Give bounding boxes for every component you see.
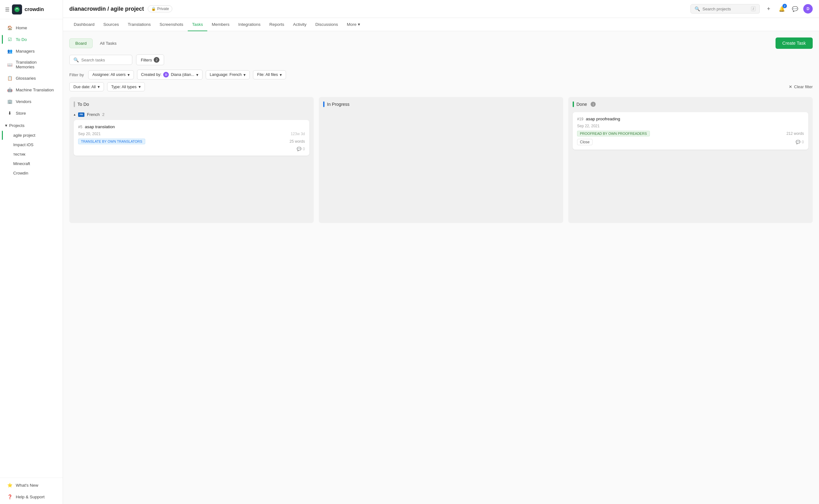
task-5-date: Sep 20, 2021	[78, 132, 100, 136]
project-item-impact[interactable]: Impact iOS	[2, 140, 61, 149]
type-filter[interactable]: Type: All types ▾	[107, 82, 145, 91]
add-button[interactable]: +	[764, 4, 774, 14]
lock-icon: 🔒	[151, 7, 156, 11]
due-date-filter[interactable]: Due date: All ▾	[69, 82, 104, 91]
filters-label: Filters	[141, 58, 152, 62]
project-search-input[interactable]	[702, 7, 747, 11]
project-item-agile[interactable]: agile project	[2, 131, 61, 140]
project-minecraft-label: Minecraft	[13, 161, 30, 166]
tab-navigation: Dashboard Sources Translations Screensho…	[63, 18, 819, 31]
chevron-down-icon: ▾	[280, 72, 282, 77]
chat-button[interactable]: 💬	[790, 4, 800, 14]
inprogress-indicator	[323, 101, 324, 107]
assignee-filter[interactable]: Assignee: All users ▾	[88, 70, 134, 79]
tab-dashboard[interactable]: Dashboard	[69, 18, 99, 31]
tab-activity[interactable]: Activity	[289, 18, 311, 31]
sidebar-item-glossaries[interactable]: 📋 Glossaries	[2, 72, 61, 84]
tab-sources[interactable]: Sources	[99, 18, 123, 31]
private-label: Private	[157, 7, 169, 11]
project-crowdin-label: Crowdin	[13, 171, 28, 175]
filters-count-badge: 2	[154, 57, 159, 63]
sidebar-item-managers[interactable]: 👥 Managers	[2, 45, 61, 57]
file-filter[interactable]: File: All files ▾	[253, 70, 286, 79]
board-column-inprogress: In Progress	[319, 97, 563, 223]
home-icon: 🏠	[7, 25, 13, 31]
tab-integrations[interactable]: Integrations	[234, 18, 265, 31]
language-section-french: ▴ FR French 2 #5 asap translation	[74, 112, 309, 156]
column-header-inprogress: In Progress	[323, 101, 559, 107]
search-tasks-input[interactable]	[81, 58, 128, 62]
board-column-done: Done i #19 asap proofreading Sep 22, 202…	[568, 97, 813, 223]
board-controls: Board All Tasks Create Task	[69, 37, 813, 49]
all-tasks-view-button[interactable]: All Tasks	[94, 38, 123, 48]
clear-filter-button[interactable]: ✕ Clear filter	[789, 84, 813, 89]
machine-translation-icon: 🤖	[7, 87, 13, 93]
create-task-button[interactable]: Create Task	[776, 37, 813, 49]
language-task-count: 2	[102, 112, 104, 117]
translation-memories-icon: 📖	[7, 62, 13, 67]
search-icon: 🔍	[695, 6, 700, 11]
sidebar-nav: 🏠 Home ☑ To Do 👥 Managers 📖 Translation …	[0, 19, 63, 478]
task-card-19: #19 asap proofreading Sep 22, 2021 PROOF…	[573, 112, 808, 150]
project-impact-label: Impact iOS	[13, 142, 33, 147]
header-actions: + 🔔 2 💬 D	[764, 4, 813, 14]
sidebar-item-translation-memories[interactable]: 📖 Translation Memories	[2, 57, 61, 72]
chevron-up-icon: ▴	[74, 112, 76, 117]
project-item-testik[interactable]: тестик	[2, 150, 61, 159]
todo-indicator	[74, 101, 75, 107]
project-search-box[interactable]: 🔍 /	[690, 4, 760, 14]
created-by-filter[interactable]: Created by: D Diana (dian... ▾	[137, 70, 203, 80]
sidebar-item-todo[interactable]: ☑ To Do	[2, 34, 61, 45]
hamburger-icon[interactable]: ☰	[5, 7, 9, 13]
language-filter[interactable]: Language: French ▾	[206, 70, 250, 79]
sidebar-item-managers-label: Managers	[16, 49, 35, 54]
notifications-button[interactable]: 🔔 2	[777, 4, 787, 14]
tab-tasks[interactable]: Tasks	[188, 18, 208, 31]
task-19-date: Sep 22, 2021	[577, 124, 599, 128]
todo-icon: ☑	[7, 37, 13, 42]
user-avatar[interactable]: D	[803, 4, 813, 14]
sidebar-item-todo-label: To Do	[16, 37, 27, 42]
content-area: Board All Tasks Create Task 🔍 Filters 2 …	[63, 31, 819, 504]
task-19-close-button[interactable]: Close	[577, 139, 593, 145]
sidebar-item-mt-label: Machine Translation	[16, 88, 54, 92]
project-item-crowdin[interactable]: Crowdin	[2, 169, 61, 178]
tab-more[interactable]: More ▾	[342, 18, 364, 31]
view-toggle: Board All Tasks	[69, 38, 123, 48]
column-done-label: Done	[576, 102, 587, 107]
sidebar-item-help-label: Help & Support	[16, 495, 45, 499]
chat-icon: 💬	[792, 6, 798, 12]
tab-discussions[interactable]: Discussions	[311, 18, 342, 31]
projects-header[interactable]: ▾ Projects	[0, 120, 63, 130]
tab-translations[interactable]: Translations	[123, 18, 155, 31]
tab-screenshots[interactable]: Screenshots	[155, 18, 188, 31]
sidebar-item-home[interactable]: 🏠 Home	[2, 22, 61, 33]
search-tasks-box[interactable]: 🔍	[69, 55, 132, 65]
sidebar-item-help-support[interactable]: ❓ Help & Support	[2, 491, 61, 502]
task-19-bottom: PROOFREAD BY OWN PROOFREADERS 212 words	[577, 131, 804, 136]
chevron-down-icon: ▾	[98, 84, 100, 89]
done-info-icon[interactable]: i	[591, 102, 596, 107]
column-todo-label: To Do	[77, 102, 89, 107]
board-column-todo: To Do ▴ FR French 2 #5	[69, 97, 314, 223]
comment-icon: 💬	[297, 147, 301, 151]
sidebar-item-machine-translation[interactable]: 🤖 Machine Translation	[2, 84, 61, 95]
sidebar-item-whats-new[interactable]: ⭐ What's New	[2, 479, 61, 491]
task-5-tag: TRANSLATE BY OWN TRANSLATORS	[78, 139, 145, 144]
task-5-duration: 123w 3d	[291, 132, 305, 136]
projects-section: ▾ Projects agile project Impact iOS тест…	[0, 119, 63, 179]
project-item-minecraft[interactable]: Minecraft	[2, 159, 61, 168]
tab-reports[interactable]: Reports	[265, 18, 289, 31]
task-5-info: Sep 20, 2021 123w 3d	[78, 132, 305, 136]
filters-button[interactable]: Filters 2	[136, 54, 164, 65]
tab-members[interactable]: Members	[207, 18, 234, 31]
sidebar-item-vendors[interactable]: 🏢 Vendors	[2, 96, 61, 107]
board-view-button[interactable]: Board	[69, 38, 93, 48]
task-5-title[interactable]: #5 asap translation	[78, 124, 305, 129]
sidebar-item-store[interactable]: ⬇ Store	[2, 107, 61, 119]
task-19-words: 212 words	[787, 131, 804, 136]
chevron-down-icon: ▾	[243, 72, 246, 77]
column-inprogress-label: In Progress	[327, 102, 350, 107]
chevron-down-icon: ▾	[196, 72, 198, 77]
task-19-title[interactable]: #19 asap proofreading	[577, 117, 804, 121]
